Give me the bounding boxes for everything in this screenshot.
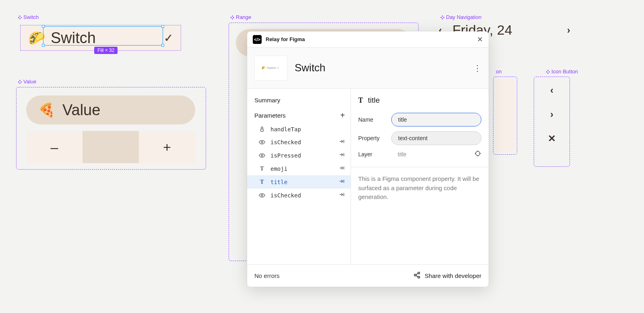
svg-rect-17: [546, 71, 547, 73]
component-label-text: Day Navigation: [446, 14, 481, 20]
add-parameter-icon[interactable]: +: [340, 111, 345, 120]
summary-section[interactable]: Summary: [247, 94, 351, 109]
svg-rect-3: [19, 18, 21, 19]
svg-rect-11: [232, 18, 233, 19]
parameter-row-isChecked[interactable]: isChecked: [247, 135, 351, 149]
svg-rect-6: [21, 81, 22, 83]
close-icon[interactable]: ✕: [548, 133, 556, 144]
text-icon: T: [258, 166, 266, 172]
component-thumbnail: 🌮 Switch ✓: [254, 56, 287, 81]
arrow-right-icon: [339, 178, 345, 186]
switch-title: Switch: [51, 29, 158, 47]
relay-logo-icon: </>: [253, 35, 262, 44]
property-label: Property: [358, 135, 387, 141]
tap-icon: [258, 126, 266, 133]
svg-rect-12: [442, 15, 444, 17]
increment-button[interactable]: +: [139, 131, 195, 163]
arrow-right-icon: [339, 191, 345, 199]
chevron-left-icon[interactable]: ‹: [550, 85, 553, 96]
eye-icon: [258, 152, 266, 159]
target-icon[interactable]: [474, 150, 481, 159]
svg-point-23: [476, 151, 480, 156]
svg-rect-2: [21, 17, 22, 18]
value-pill[interactable]: 🍕 Value: [26, 95, 195, 124]
arrow-right-icon: [339, 151, 345, 159]
parameters-header: Parameters +: [247, 109, 351, 123]
svg-point-30: [418, 276, 420, 278]
selection-size-badge: Fill × 32: [94, 47, 118, 54]
value-emoji: 🍕: [38, 102, 55, 118]
parameters-label: Parameters: [254, 112, 286, 119]
stepper-display: [83, 131, 139, 163]
name-input[interactable]: title: [391, 113, 481, 126]
relay-panel: </> Relay for Figma ✕ 🌮 Switch ✓ Switch …: [247, 31, 489, 287]
panel-right: T title Name title Property text-content…: [351, 89, 489, 264]
parameter-title-text: title: [368, 96, 380, 105]
chevron-right-icon[interactable]: ›: [567, 25, 570, 36]
component-diamond-icon: [440, 15, 444, 19]
svg-point-21: [261, 155, 263, 156]
svg-rect-5: [18, 81, 19, 83]
share-with-developer-button[interactable]: Share with developer: [413, 272, 481, 280]
layer-label: Layer: [358, 151, 387, 158]
layer-value: title: [391, 151, 470, 158]
value-title: Value: [62, 102, 100, 119]
parameter-form: T title Name title Property text-content…: [351, 89, 489, 167]
parameter-row-isChecked[interactable]: isChecked: [247, 189, 351, 202]
parameter-row-title[interactable]: Ttitle: [247, 175, 351, 189]
svg-rect-8: [232, 15, 233, 17]
component-label-day-nav[interactable]: Day Navigation: [440, 14, 481, 20]
svg-rect-1: [18, 17, 19, 18]
svg-rect-19: [547, 72, 549, 73]
component-diamond-icon: [546, 70, 550, 74]
component-label-icon-button-partial[interactable]: on: [496, 68, 502, 75]
share-icon: [413, 272, 421, 280]
parameter-name: handleTap: [270, 126, 345, 133]
svg-point-29: [414, 274, 416, 276]
svg-rect-13: [440, 17, 442, 18]
text-icon: T: [258, 179, 266, 185]
share-label: Share with developer: [425, 272, 481, 279]
check-icon: ✓: [164, 31, 173, 45]
svg-rect-10: [233, 17, 234, 18]
component-label-switch[interactable]: Switch: [18, 14, 39, 20]
parameter-description: This is a Figma component property. It w…: [351, 167, 489, 264]
decrement-button[interactable]: –: [26, 131, 83, 163]
close-icon[interactable]: ✕: [477, 35, 483, 44]
component-diamond-icon: [18, 80, 22, 84]
parameter-row-emoji[interactable]: Temoji: [247, 162, 351, 175]
parameter-row-handleTap[interactable]: handleTap: [247, 123, 351, 135]
svg-rect-15: [442, 18, 444, 19]
component-label-icon-button[interactable]: Icon Button: [546, 68, 578, 75]
chevron-right-icon[interactable]: ›: [550, 109, 553, 120]
component-label-text: on: [496, 68, 502, 75]
svg-rect-0: [19, 15, 21, 17]
name-label: Name: [358, 116, 387, 123]
svg-rect-9: [230, 17, 232, 18]
component-label-text: Icon Button: [551, 68, 578, 75]
kebab-menu-icon[interactable]: ⋮: [473, 63, 481, 73]
svg-point-22: [261, 195, 263, 196]
parameter-row-isPressed[interactable]: isPressed: [247, 149, 351, 162]
value-stepper: – +: [26, 131, 195, 163]
svg-point-20: [261, 141, 263, 143]
panel-app-title: Relay for Figma: [266, 36, 305, 42]
svg-line-31: [416, 274, 418, 275]
parameter-name: isChecked: [270, 192, 334, 199]
parameter-name: title: [270, 179, 334, 185]
parameters-list: handleTapisCheckedisPressedTemojiTtitlei…: [247, 123, 351, 202]
property-select[interactable]: text-content: [391, 131, 481, 145]
svg-rect-7: [19, 82, 21, 83]
errors-status[interactable]: No errors: [254, 272, 280, 279]
arrow-right-icon: [339, 165, 345, 172]
arrow-right-icon: [339, 138, 345, 146]
svg-point-28: [418, 272, 420, 274]
component-label-value[interactable]: Value: [18, 79, 36, 85]
eye-icon: [258, 139, 266, 145]
switch-emoji: 🌮: [28, 30, 45, 46]
svg-rect-18: [549, 71, 550, 73]
panel-header: 🌮 Switch ✓ Switch ⋮: [247, 48, 489, 89]
eye-icon: [258, 192, 266, 199]
parameter-name: isChecked: [270, 139, 334, 145]
component-label-range[interactable]: Range: [230, 14, 251, 20]
